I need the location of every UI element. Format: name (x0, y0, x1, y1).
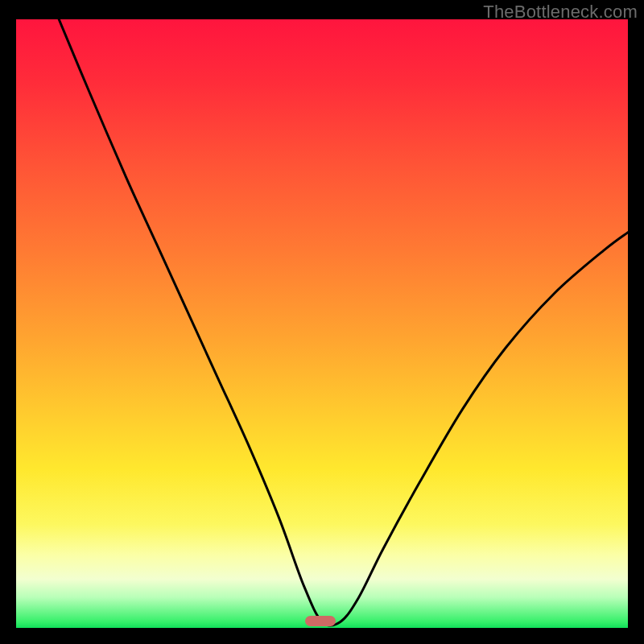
optimal-marker (305, 616, 336, 626)
plot-area (16, 19, 628, 628)
chart-frame: TheBottleneck.com (0, 0, 644, 644)
bottleneck-curve (16, 19, 628, 628)
